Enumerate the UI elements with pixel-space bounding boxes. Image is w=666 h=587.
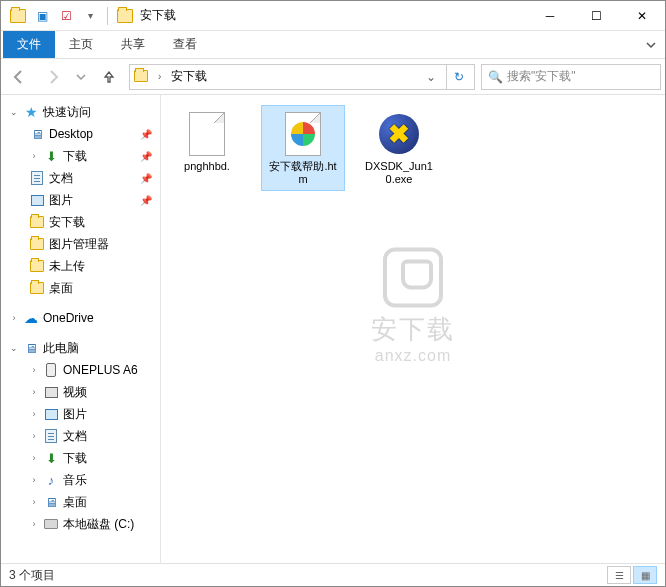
file-icon-htm: [279, 110, 327, 158]
nav-back-button[interactable]: [5, 63, 33, 91]
onedrive-icon: ☁: [23, 310, 39, 326]
search-icon: 🔍: [488, 70, 503, 84]
address-segment[interactable]: 安下载: [169, 66, 209, 87]
folder-icon: [29, 214, 45, 230]
sidebar-item-pictures[interactable]: 图片 📌: [1, 189, 160, 211]
sidebar-label: OneDrive: [43, 311, 94, 325]
folder-icon: [29, 236, 45, 252]
tab-file[interactable]: 文件: [3, 31, 55, 58]
qat-checkbox-icon[interactable]: ☑: [55, 5, 77, 27]
folder-icon: [29, 280, 45, 296]
ribbon-expand-icon[interactable]: [637, 35, 665, 58]
chevron-right-icon[interactable]: ›: [29, 409, 39, 419]
view-details-button[interactable]: ☰: [607, 566, 631, 584]
sidebar-label: 文档: [49, 170, 73, 187]
file-item[interactable]: ✖ DXSDK_Jun10.exe: [357, 105, 441, 191]
maximize-button[interactable]: ☐: [573, 1, 619, 30]
qat-properties-icon[interactable]: ▣: [31, 5, 53, 27]
sidebar-item-unuploaded[interactable]: 未上传: [1, 255, 160, 277]
file-label: DXSDK_Jun10.exe: [362, 160, 436, 186]
ribbon-tabs: 文件 主页 共享 查看: [1, 31, 665, 59]
sidebar-item-downloads2[interactable]: › ⬇ 下载: [1, 447, 160, 469]
file-icon-blank: [183, 110, 231, 158]
chevron-right-icon[interactable]: ›: [29, 365, 39, 375]
file-content-area[interactable]: 安下载 anxz.com pnghhbd. 安下载帮助.htm ✖ DXSDK_…: [161, 95, 665, 563]
chevron-right-icon[interactable]: ›: [29, 151, 39, 161]
navbar: › 安下载 ⌄ ↻ 🔍 搜索"安下载": [1, 59, 665, 95]
sidebar-item-video[interactable]: › 视频: [1, 381, 160, 403]
statusbar: 3 个项目 ☰ ▦: [1, 563, 665, 586]
sidebar-item-downloads[interactable]: › ⬇ 下载 📌: [1, 145, 160, 167]
sidebar-item-picmanager[interactable]: 图片管理器: [1, 233, 160, 255]
watermark-text-small: anxz.com: [371, 346, 455, 364]
document-icon: [29, 170, 45, 186]
sidebar-label: 音乐: [63, 472, 87, 489]
address-bar[interactable]: › 安下载 ⌄ ↻: [129, 64, 475, 90]
chevron-right-icon[interactable]: ›: [156, 71, 163, 82]
sidebar-item-localdisk[interactable]: › 本地磁盘 (C:): [1, 513, 160, 535]
nav-recent-button[interactable]: [73, 63, 89, 91]
quick-access-icon: ★: [23, 104, 39, 120]
watermark-icon: [383, 247, 443, 307]
address-dropdown-icon[interactable]: ⌄: [422, 70, 440, 84]
chevron-right-icon[interactable]: ›: [9, 313, 19, 323]
file-icon-exe: ✖: [375, 110, 423, 158]
sidebar-item-documents[interactable]: 文档 📌: [1, 167, 160, 189]
chevron-right-icon[interactable]: ›: [29, 497, 39, 507]
tab-view[interactable]: 查看: [159, 31, 211, 58]
minimize-button[interactable]: ─: [527, 1, 573, 30]
file-item[interactable]: 安下载帮助.htm: [261, 105, 345, 191]
chevron-right-icon[interactable]: ›: [29, 387, 39, 397]
pc-icon: 🖥: [23, 340, 39, 356]
sidebar-item-music[interactable]: › ♪ 音乐: [1, 469, 160, 491]
pin-icon: 📌: [140, 195, 152, 206]
download-icon: ⬇: [43, 450, 59, 466]
file-item[interactable]: pnghhbd.: [165, 105, 249, 191]
picture-icon: [29, 192, 45, 208]
chevron-down-icon[interactable]: ⌄: [9, 107, 19, 117]
sidebar-item-documents2[interactable]: › 文档: [1, 425, 160, 447]
download-icon: ⬇: [43, 148, 59, 164]
sidebar-item-anxz[interactable]: 安下载: [1, 211, 160, 233]
sidebar-item-desktop2[interactable]: 桌面: [1, 277, 160, 299]
pin-icon: 📌: [140, 129, 152, 140]
sidebar-item-thispc[interactable]: ⌄ 🖥 此电脑: [1, 337, 160, 359]
picture-icon: [43, 406, 59, 422]
sidebar-label: Desktop: [49, 127, 93, 141]
close-button[interactable]: ✕: [619, 1, 665, 30]
pin-icon: 📌: [140, 173, 152, 184]
titlebar-folder-icon: [114, 5, 136, 27]
search-placeholder: 搜索"安下载": [507, 68, 576, 85]
nav-forward-button[interactable]: [39, 63, 67, 91]
chevron-down-icon[interactable]: ⌄: [9, 343, 19, 353]
sidebar-label: 未上传: [49, 258, 85, 275]
tab-home[interactable]: 主页: [55, 31, 107, 58]
refresh-button[interactable]: ↻: [446, 65, 470, 89]
sidebar-label: 图片: [63, 406, 87, 423]
nav-up-button[interactable]: [95, 63, 123, 91]
desktop-icon: 🖥: [43, 494, 59, 510]
music-icon: ♪: [43, 472, 59, 488]
titlebar: ▣ ☑ ▾ 安下载 ─ ☐ ✕: [1, 1, 665, 31]
sidebar-label: 下载: [63, 148, 87, 165]
sidebar-label: 文档: [63, 428, 87, 445]
qat-folder-icon[interactable]: [7, 5, 29, 27]
sidebar-item-pictures2[interactable]: › 图片: [1, 403, 160, 425]
sidebar-item-onedrive[interactable]: › ☁ OneDrive: [1, 307, 160, 329]
chevron-right-icon[interactable]: ›: [29, 519, 39, 529]
sidebar-item-oneplus[interactable]: › ONEPLUS A6: [1, 359, 160, 381]
pin-icon: 📌: [140, 151, 152, 162]
file-label: pnghhbd.: [184, 160, 230, 173]
search-input[interactable]: 🔍 搜索"安下载": [481, 64, 661, 90]
sidebar-item-desktop3[interactable]: › 🖥 桌面: [1, 491, 160, 513]
sidebar-item-quick-access[interactable]: ⌄ ★ 快速访问: [1, 101, 160, 123]
chevron-right-icon[interactable]: ›: [29, 453, 39, 463]
tab-share[interactable]: 共享: [107, 31, 159, 58]
qat-customize-icon[interactable]: ▾: [79, 5, 101, 27]
sidebar-label: 快速访问: [43, 104, 91, 121]
sidebar-item-desktop[interactable]: 🖥 Desktop 📌: [1, 123, 160, 145]
chevron-right-icon[interactable]: ›: [29, 431, 39, 441]
chevron-right-icon[interactable]: ›: [29, 475, 39, 485]
view-icons-button[interactable]: ▦: [633, 566, 657, 584]
status-item-count: 3 个项目: [9, 567, 55, 584]
